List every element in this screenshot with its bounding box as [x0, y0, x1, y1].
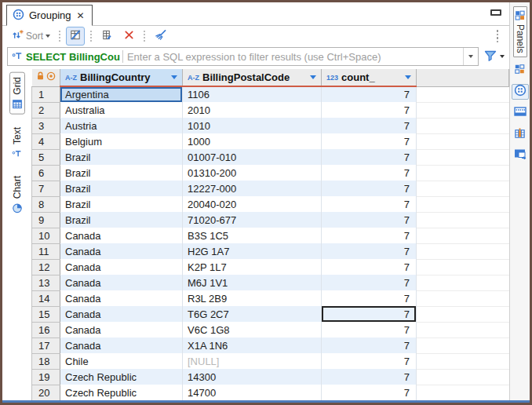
tab-text[interactable]: Text: [9, 122, 25, 163]
cell-billingcountry[interactable]: Argentina: [60, 86, 183, 102]
cell-billingcountry[interactable]: Canada: [60, 243, 183, 259]
cell-billingpostalcode[interactable]: B3S 1C5: [183, 228, 322, 243]
row-number[interactable]: 18: [32, 353, 60, 369]
cell-billingcountry[interactable]: Canada: [60, 338, 183, 353]
cell-billingpostalcode[interactable]: 20040-020: [183, 196, 322, 212]
sort-button[interactable]: ✳ Sort: [8, 27, 53, 46]
cell-billingcountry[interactable]: Canada: [60, 228, 183, 243]
column-header-billingcountry[interactable]: A-Z BillingCountry: [60, 69, 183, 86]
cell-count[interactable]: 7: [322, 259, 417, 275]
cell-billingpostalcode[interactable]: V6C 1G8: [183, 322, 322, 338]
cell-billingpostalcode[interactable]: 01007-010: [183, 149, 322, 165]
cell-billingcountry[interactable]: Canada: [60, 275, 183, 290]
cell-billingcountry[interactable]: Brazil: [60, 165, 183, 181]
clear-grouping-button[interactable]: [151, 27, 170, 46]
cell-billingpostalcode[interactable]: 1010: [183, 118, 322, 133]
cell-count[interactable]: 7: [322, 322, 417, 338]
show-duplicates-toggle[interactable]: [66, 27, 85, 46]
cell-billingpostalcode[interactable]: H2G 1A7: [183, 243, 322, 259]
row-number[interactable]: 8: [32, 196, 60, 212]
tab-grouping[interactable]: Grouping ✕: [6, 5, 93, 26]
cell-billingcountry[interactable]: Australia: [60, 102, 183, 118]
cell-count[interactable]: 7: [322, 306, 417, 322]
references-panel-button[interactable]: [512, 126, 529, 142]
cell-billingcountry[interactable]: Austria: [60, 118, 183, 133]
calc-panel-button[interactable]: [512, 63, 529, 78]
cell-billingcountry[interactable]: Canada: [60, 259, 183, 275]
row-number[interactable]: 13: [32, 275, 60, 290]
cell-count[interactable]: 7: [322, 133, 417, 149]
column-menu-icon[interactable]: [310, 75, 316, 79]
row-number[interactable]: 12: [32, 259, 60, 275]
cell-count[interactable]: 7: [322, 275, 417, 290]
cell-count[interactable]: 7: [322, 228, 417, 243]
column-header-billingpostalcode[interactable]: A-Z BillingPostalCode: [183, 69, 322, 86]
cell-count[interactable]: 7: [322, 118, 417, 133]
cell-billingcountry[interactable]: Canada: [60, 306, 183, 322]
row-number[interactable]: 20: [32, 385, 60, 400]
cell-billingpostalcode[interactable]: M6J 1V1: [183, 275, 322, 290]
cell-count[interactable]: 7: [322, 385, 417, 400]
cell-count[interactable]: 7: [322, 102, 417, 118]
cell-billingcountry[interactable]: Czech Republic: [60, 385, 183, 400]
cell-billingpostalcode[interactable]: T6G 2C7: [183, 306, 322, 322]
value-viewer-panel-button[interactable]: [512, 148, 529, 163]
sql-filter-box[interactable]: SELECT BillingCou: [7, 47, 479, 66]
cell-billingpostalcode[interactable]: 71020-677: [183, 212, 322, 228]
cell-count[interactable]: 7: [322, 243, 417, 259]
cell-count[interactable]: 7: [322, 86, 417, 102]
cell-billingcountry[interactable]: Chile: [60, 353, 183, 369]
cell-billingpostalcode[interactable]: 1000: [183, 133, 322, 149]
cell-billingcountry[interactable]: Belgium: [60, 133, 183, 149]
edit-columns-button[interactable]: [97, 27, 116, 46]
row-number[interactable]: 5: [32, 149, 60, 165]
row-number[interactable]: 11: [32, 243, 60, 259]
cell-count[interactable]: 7: [322, 181, 417, 196]
row-number[interactable]: 1: [32, 86, 60, 102]
column-menu-icon[interactable]: [171, 75, 177, 79]
cell-count[interactable]: 7: [322, 338, 417, 353]
row-number[interactable]: 17: [32, 338, 60, 353]
cell-count[interactable]: 7: [322, 196, 417, 212]
cell-billingpostalcode[interactable]: R3L 2B9: [183, 290, 322, 306]
cell-count[interactable]: 7: [322, 212, 417, 228]
cell-billingpostalcode[interactable]: K2P 1L7: [183, 259, 322, 275]
cell-count[interactable]: 7: [322, 290, 417, 306]
row-number[interactable]: 14: [32, 290, 60, 306]
cell-billingpostalcode[interactable]: 2010: [183, 102, 322, 118]
remove-column-button[interactable]: [120, 27, 138, 46]
metadata-panel-button[interactable]: [512, 105, 529, 121]
row-number[interactable]: 7: [32, 181, 60, 196]
cell-billingpostalcode[interactable]: 14300: [183, 369, 322, 385]
row-number[interactable]: 16: [32, 322, 60, 338]
column-menu-icon[interactable]: [405, 75, 411, 79]
tab-chart[interactable]: Chart: [9, 171, 25, 218]
cell-billingcountry[interactable]: Brazil: [60, 149, 183, 165]
cell-count[interactable]: 7: [322, 369, 417, 385]
close-icon[interactable]: ✕: [75, 10, 85, 21]
cell-billingpostalcode[interactable]: 12227-000: [183, 181, 322, 196]
column-header-count[interactable]: 123 count_: [322, 69, 417, 86]
cell-billingpostalcode[interactable]: 14700: [183, 385, 322, 400]
filter-input[interactable]: [127, 51, 463, 63]
cell-billingpostalcode[interactable]: 01310-200: [183, 165, 322, 181]
toolbar-overflow-button[interactable]: [497, 30, 499, 42]
cell-billingcountry[interactable]: Brazil: [60, 181, 183, 196]
filter-history-dropdown[interactable]: [463, 48, 478, 65]
grouping-panel-button[interactable]: [512, 84, 529, 100]
cell-count[interactable]: 7: [322, 353, 417, 369]
row-number[interactable]: 19: [32, 369, 60, 385]
row-number[interactable]: 3: [32, 118, 60, 133]
cell-count[interactable]: 7: [322, 165, 417, 181]
grid-corner-cell[interactable]: [32, 69, 60, 86]
cell-billingcountry[interactable]: Brazil: [60, 212, 183, 228]
row-number[interactable]: 9: [32, 212, 60, 228]
cell-billingcountry[interactable]: Canada: [60, 322, 183, 338]
minimize-panel-button[interactable]: [490, 9, 501, 16]
row-number[interactable]: 15: [32, 306, 60, 322]
tab-grid[interactable]: Grid: [9, 72, 25, 115]
cell-count[interactable]: 7: [322, 149, 417, 165]
cell-billingcountry[interactable]: Czech Republic: [60, 369, 183, 385]
apply-filter-button[interactable]: [483, 49, 505, 64]
cell-billingcountry[interactable]: Brazil: [60, 196, 183, 212]
